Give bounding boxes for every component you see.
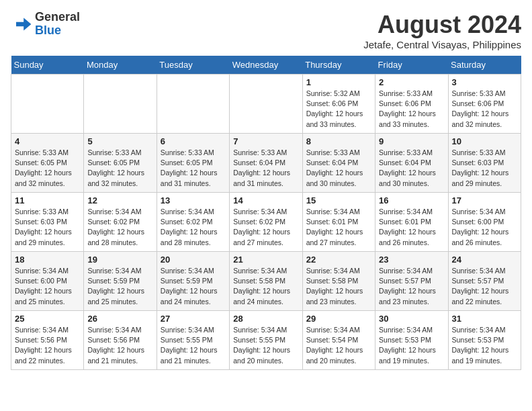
day-info: Sunrise: 5:34 AM Sunset: 6:00 PM Dayligh…	[452, 207, 517, 248]
calendar-body: 1Sunrise: 5:32 AM Sunset: 6:06 PM Daylig…	[11, 75, 521, 370]
week-row-5: 25Sunrise: 5:34 AM Sunset: 5:56 PM Dayli…	[11, 311, 521, 370]
day-number: 20	[161, 255, 226, 265]
day-number: 9	[379, 136, 444, 146]
calendar-table: SundayMondayTuesdayWednesdayThursdayFrid…	[11, 56, 521, 370]
day-info: Sunrise: 5:32 AM Sunset: 6:06 PM Dayligh…	[306, 89, 371, 130]
header-day-sunday: Sunday	[11, 56, 84, 75]
day-info: Sunrise: 5:34 AM Sunset: 6:02 PM Dayligh…	[233, 207, 298, 248]
day-info: Sunrise: 5:34 AM Sunset: 5:55 PM Dayligh…	[161, 325, 226, 366]
day-info: Sunrise: 5:34 AM Sunset: 6:01 PM Dayligh…	[306, 207, 371, 248]
calendar-cell: 3Sunrise: 5:33 AM Sunset: 6:06 PM Daylig…	[448, 75, 521, 134]
calendar-cell: 9Sunrise: 5:33 AM Sunset: 6:04 PM Daylig…	[375, 134, 448, 193]
calendar-cell: 14Sunrise: 5:34 AM Sunset: 6:02 PM Dayli…	[230, 193, 302, 252]
calendar-cell: 8Sunrise: 5:33 AM Sunset: 6:04 PM Daylig…	[302, 134, 375, 193]
calendar-cell: 18Sunrise: 5:34 AM Sunset: 6:00 PM Dayli…	[11, 252, 84, 311]
day-info: Sunrise: 5:34 AM Sunset: 6:00 PM Dayligh…	[15, 266, 80, 307]
calendar-cell: 29Sunrise: 5:34 AM Sunset: 5:54 PM Dayli…	[302, 311, 375, 370]
day-info: Sunrise: 5:33 AM Sunset: 6:05 PM Dayligh…	[161, 148, 226, 189]
day-info: Sunrise: 5:34 AM Sunset: 5:54 PM Dayligh…	[306, 325, 371, 366]
calendar-cell	[157, 75, 229, 134]
header-day-tuesday: Tuesday	[157, 56, 229, 75]
calendar-cell: 22Sunrise: 5:34 AM Sunset: 5:58 PM Dayli…	[302, 252, 375, 311]
header-day-wednesday: Wednesday	[230, 56, 302, 75]
day-info: Sunrise: 5:33 AM Sunset: 6:05 PM Dayligh…	[15, 148, 80, 189]
calendar-cell: 16Sunrise: 5:34 AM Sunset: 6:01 PM Dayli…	[375, 193, 448, 252]
day-info: Sunrise: 5:33 AM Sunset: 6:06 PM Dayligh…	[379, 89, 444, 130]
day-info: Sunrise: 5:34 AM Sunset: 5:53 PM Dayligh…	[379, 325, 444, 366]
header-day-saturday: Saturday	[448, 56, 521, 75]
logo: General Blue	[11, 11, 80, 38]
day-number: 1	[306, 77, 371, 87]
calendar-cell: 7Sunrise: 5:33 AM Sunset: 6:04 PM Daylig…	[230, 134, 302, 193]
logo-text: General Blue	[35, 11, 80, 38]
location: Jetafe, Central Visayas, Philippines	[363, 39, 521, 50]
calendar-cell	[84, 75, 157, 134]
day-number: 24	[452, 255, 517, 265]
calendar-cell: 12Sunrise: 5:34 AM Sunset: 6:02 PM Dayli…	[84, 193, 157, 252]
calendar-cell: 13Sunrise: 5:34 AM Sunset: 6:02 PM Dayli…	[157, 193, 229, 252]
day-number: 18	[15, 255, 80, 265]
day-number: 31	[452, 314, 517, 324]
day-info: Sunrise: 5:33 AM Sunset: 6:04 PM Dayligh…	[306, 148, 371, 189]
day-number: 17	[452, 195, 517, 205]
calendar-cell: 25Sunrise: 5:34 AM Sunset: 5:56 PM Dayli…	[11, 311, 84, 370]
day-info: Sunrise: 5:34 AM Sunset: 6:01 PM Dayligh…	[379, 207, 444, 248]
day-number: 26	[87, 314, 152, 324]
week-row-3: 11Sunrise: 5:33 AM Sunset: 6:03 PM Dayli…	[11, 193, 521, 252]
day-info: Sunrise: 5:34 AM Sunset: 5:53 PM Dayligh…	[452, 325, 517, 366]
day-info: Sunrise: 5:34 AM Sunset: 5:56 PM Dayligh…	[15, 325, 80, 366]
calendar-cell: 4Sunrise: 5:33 AM Sunset: 6:05 PM Daylig…	[11, 134, 84, 193]
day-info: Sunrise: 5:34 AM Sunset: 6:02 PM Dayligh…	[161, 207, 226, 248]
day-number: 16	[379, 195, 444, 205]
day-info: Sunrise: 5:34 AM Sunset: 5:55 PM Dayligh…	[233, 325, 298, 366]
day-number: 5	[87, 136, 152, 146]
calendar-cell: 11Sunrise: 5:33 AM Sunset: 6:03 PM Dayli…	[11, 193, 84, 252]
calendar-cell: 5Sunrise: 5:33 AM Sunset: 6:05 PM Daylig…	[84, 134, 157, 193]
day-info: Sunrise: 5:34 AM Sunset: 5:58 PM Dayligh…	[306, 266, 371, 307]
day-number: 28	[233, 314, 298, 324]
day-number: 2	[379, 77, 444, 87]
day-number: 27	[161, 314, 226, 324]
header-row: SundayMondayTuesdayWednesdayThursdayFrid…	[11, 56, 521, 75]
calendar-cell: 23Sunrise: 5:34 AM Sunset: 5:57 PM Dayli…	[375, 252, 448, 311]
calendar-cell: 27Sunrise: 5:34 AM Sunset: 5:55 PM Dayli…	[157, 311, 229, 370]
day-number: 3	[452, 77, 517, 87]
week-row-1: 1Sunrise: 5:32 AM Sunset: 6:06 PM Daylig…	[11, 75, 521, 134]
calendar-cell: 2Sunrise: 5:33 AM Sunset: 6:06 PM Daylig…	[375, 75, 448, 134]
calendar-cell: 21Sunrise: 5:34 AM Sunset: 5:58 PM Dayli…	[230, 252, 302, 311]
header-day-thursday: Thursday	[302, 56, 375, 75]
svg-marker-0	[16, 17, 31, 30]
day-info: Sunrise: 5:34 AM Sunset: 5:59 PM Dayligh…	[161, 266, 226, 307]
logo-icon	[11, 13, 32, 35]
calendar-cell: 1Sunrise: 5:32 AM Sunset: 6:06 PM Daylig…	[302, 75, 375, 134]
calendar-cell: 17Sunrise: 5:34 AM Sunset: 6:00 PM Dayli…	[448, 193, 521, 252]
day-number: 13	[161, 195, 226, 205]
day-info: Sunrise: 5:33 AM Sunset: 6:03 PM Dayligh…	[452, 148, 517, 189]
calendar-cell: 30Sunrise: 5:34 AM Sunset: 5:53 PM Dayli…	[375, 311, 448, 370]
day-info: Sunrise: 5:34 AM Sunset: 5:57 PM Dayligh…	[379, 266, 444, 307]
day-number: 14	[233, 195, 298, 205]
calendar-cell	[11, 75, 84, 134]
day-info: Sunrise: 5:34 AM Sunset: 6:02 PM Dayligh…	[87, 207, 152, 248]
day-info: Sunrise: 5:33 AM Sunset: 6:05 PM Dayligh…	[87, 148, 152, 189]
day-info: Sunrise: 5:34 AM Sunset: 5:58 PM Dayligh…	[233, 266, 298, 307]
day-info: Sunrise: 5:33 AM Sunset: 6:04 PM Dayligh…	[233, 148, 298, 189]
day-number: 10	[452, 136, 517, 146]
calendar-cell: 20Sunrise: 5:34 AM Sunset: 5:59 PM Dayli…	[157, 252, 229, 311]
calendar-cell: 26Sunrise: 5:34 AM Sunset: 5:56 PM Dayli…	[84, 311, 157, 370]
calendar-cell: 6Sunrise: 5:33 AM Sunset: 6:05 PM Daylig…	[157, 134, 229, 193]
calendar-cell: 24Sunrise: 5:34 AM Sunset: 5:57 PM Dayli…	[448, 252, 521, 311]
day-info: Sunrise: 5:34 AM Sunset: 5:56 PM Dayligh…	[87, 325, 152, 366]
day-info: Sunrise: 5:33 AM Sunset: 6:04 PM Dayligh…	[379, 148, 444, 189]
calendar-cell: 31Sunrise: 5:34 AM Sunset: 5:53 PM Dayli…	[448, 311, 521, 370]
day-number: 21	[233, 255, 298, 265]
month-year: August 2024	[363, 11, 521, 39]
calendar-cell: 15Sunrise: 5:34 AM Sunset: 6:01 PM Dayli…	[302, 193, 375, 252]
week-row-4: 18Sunrise: 5:34 AM Sunset: 6:00 PM Dayli…	[11, 252, 521, 311]
page-header: General Blue August 2024 Jetafe, Central…	[11, 11, 521, 50]
calendar-cell	[230, 75, 302, 134]
day-number: 8	[306, 136, 371, 146]
week-row-2: 4Sunrise: 5:33 AM Sunset: 6:05 PM Daylig…	[11, 134, 521, 193]
day-number: 22	[306, 255, 371, 265]
title-block: August 2024 Jetafe, Central Visayas, Phi…	[363, 11, 521, 50]
